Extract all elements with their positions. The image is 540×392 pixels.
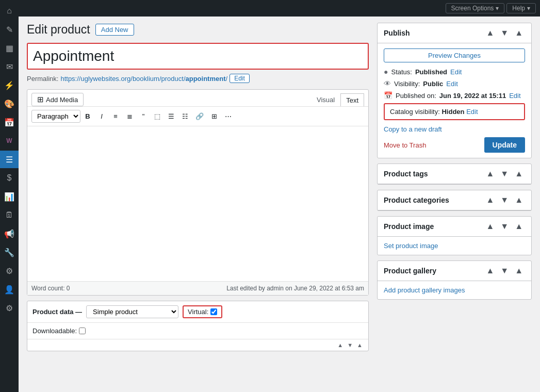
screen-options-chevron-icon: ▾ [496, 5, 499, 12]
last-edited-display: Last edited by admin on June 29, 2022 at… [226, 285, 364, 292]
product-categories-up-button[interactable]: ▲ [484, 194, 496, 206]
align-right-button[interactable]: ☷ [178, 110, 192, 122]
media-icon[interactable]: ▦ [0, 39, 19, 57]
preview-changes-button[interactable]: Preview Changes [384, 48, 525, 62]
visibility-icon: 👁 [384, 79, 391, 88]
align-left-button[interactable]: ⬚ [151, 110, 164, 122]
product-data-box: Product data — Simple product Variable p… [27, 301, 369, 351]
publish-collapse-down-button[interactable]: ▼ [498, 27, 511, 39]
word-count-display: Word count: 0 [31, 285, 70, 292]
link-button[interactable]: 🔗 [192, 110, 207, 122]
product-image-down-button[interactable]: ▼ [498, 221, 511, 232]
update-button[interactable]: Update [484, 137, 525, 153]
products-icon[interactable]: ☰ [0, 151, 19, 168]
product-type-select[interactable]: Simple product Variable product Grouped … [86, 305, 178, 318]
permalink-link[interactable]: https://uglywebsites.org/booklium/produc… [60, 75, 227, 83]
product-categories-close-button[interactable]: ▲ [513, 194, 525, 206]
add-new-button[interactable]: Add New [95, 24, 134, 36]
product-data-expand-button[interactable]: ▲ [355, 341, 364, 349]
more-button[interactable]: ⋯ [221, 110, 235, 122]
visibility-row: 👁 Visibility: Public Edit [384, 79, 525, 88]
screen-options-button[interactable]: Screen Options ▾ [446, 3, 505, 13]
published-value: Jun 19, 2022 at 15:11 [439, 92, 506, 100]
woocommerce-icon[interactable]: W [0, 132, 19, 150]
permalink-edit-button[interactable]: Edit [230, 74, 250, 83]
virtual-checkbox[interactable] [210, 308, 217, 315]
align-center-button[interactable]: ☰ [165, 110, 178, 122]
add-media-label: Add Media [46, 96, 78, 104]
product-tags-header: Product tags ▲ ▼ ▲ [378, 164, 531, 184]
table-button[interactable]: ⊞ [207, 110, 221, 122]
product-gallery-metabox: Product gallery ▲ ▼ ▲ Add product galler… [377, 260, 532, 300]
status-edit-link[interactable]: Edit [450, 68, 462, 76]
users-icon[interactable]: 👤 [0, 281, 19, 298]
product-tags-down-button[interactable]: ▼ [498, 168, 511, 179]
downloadable-checkbox[interactable] [79, 328, 86, 334]
calendar-small-icon: 📅 [384, 91, 392, 100]
publish-close-button[interactable]: ▲ [513, 27, 525, 39]
schedule-icon[interactable]: 🗓 [0, 206, 19, 224]
dashboard-icon[interactable]: ⌂ [0, 2, 19, 20]
unordered-list-button[interactable]: ≡ [109, 110, 122, 122]
product-categories-header: Product categories ▲ ▼ ▲ [378, 190, 531, 210]
text-tab[interactable]: Text [340, 93, 364, 106]
settings-icon[interactable]: ⚙ [0, 299, 19, 317]
editor-view-tabs: Visual Text [311, 93, 364, 106]
product-data-arrange-buttons: ▲ ▼ ▲ [336, 341, 364, 349]
help-chevron-icon: ▾ [527, 5, 530, 12]
help-label: Help [512, 5, 525, 12]
product-title-input[interactable] [28, 44, 368, 69]
product-data-up-button[interactable]: ▲ [336, 341, 345, 349]
product-data-down-button[interactable]: ▼ [346, 341, 354, 349]
dollar-icon[interactable]: $ [0, 169, 19, 187]
paragraph-select[interactable]: Paragraph [31, 110, 80, 123]
visibility-edit-link[interactable]: Edit [446, 80, 457, 88]
calendar-icon[interactable]: 📅 [0, 113, 19, 131]
downloadable-label: Downloadable: [32, 327, 77, 335]
published-edit-link[interactable]: Edit [509, 92, 520, 100]
set-product-image-link[interactable]: Set product image [384, 242, 438, 250]
publish-title: Publish [384, 29, 410, 37]
app-layout: ⌂ ✎ ▦ ✉ ⚡ 🎨 📅 W ☰ $ 📊 🗓 📢 🔧 ⚙ 👤 ⚙ Screen… [0, 0, 540, 392]
italic-button[interactable]: I [95, 110, 108, 122]
posts-icon[interactable]: ✎ [0, 21, 19, 38]
wrench-icon[interactable]: ⚙ [0, 262, 19, 280]
product-image-title: Product image [384, 222, 434, 231]
editor-body[interactable] [27, 126, 368, 281]
product-image-close-button[interactable]: ▲ [513, 221, 525, 232]
product-gallery-down-button[interactable]: ▼ [498, 265, 511, 276]
product-title-wrapper [27, 43, 369, 70]
catalog-edit-link[interactable]: Edit [466, 108, 478, 116]
copy-to-draft-link[interactable]: Copy to a new draft [384, 125, 442, 133]
visual-tab[interactable]: Visual [311, 93, 340, 106]
megaphone-icon[interactable]: 📢 [0, 225, 19, 242]
tools-icon[interactable]: 🔧 [0, 243, 19, 261]
product-tags-up-button[interactable]: ▲ [484, 168, 496, 179]
product-gallery-up-button[interactable]: ▲ [484, 265, 496, 276]
published-label: Published on: [396, 92, 436, 100]
product-image-header: Product image ▲ ▼ ▲ [378, 217, 531, 237]
product-gallery-close-button[interactable]: ▲ [513, 265, 525, 276]
virtual-wrapper: Virtual: [183, 305, 222, 318]
comments-icon[interactable]: ✉ [0, 58, 19, 75]
page-title: Edit product [27, 23, 90, 37]
publish-collapse-up-button[interactable]: ▲ [484, 27, 496, 39]
product-tags-close-button[interactable]: ▲ [513, 168, 525, 179]
blockquote-button[interactable]: " [137, 110, 150, 122]
appearance-icon[interactable]: 🎨 [0, 95, 19, 112]
product-categories-down-button[interactable]: ▼ [498, 194, 511, 206]
catalog-value: Hidden [441, 108, 464, 116]
add-media-button[interactable]: ⊞ Add Media [31, 93, 84, 106]
bold-button[interactable]: B [81, 110, 94, 122]
ordered-list-button[interactable]: ≣ [123, 110, 136, 122]
status-value: Published [415, 68, 447, 76]
product-image-up-button[interactable]: ▲ [484, 221, 496, 232]
format-toolbar: Paragraph B I ≡ ≣ " ⬚ ☰ ☷ 🔗 ⊞ ⋯ [27, 107, 368, 126]
editor-footer: Word count: 0 Last edited by admin on Ju… [27, 281, 368, 295]
move-to-trash-link[interactable]: Move to Trash [384, 141, 426, 149]
help-button[interactable]: Help ▾ [506, 3, 536, 13]
plugins-icon[interactable]: ⚡ [0, 76, 19, 94]
analytics-icon[interactable]: 📊 [0, 188, 19, 205]
add-gallery-images-link[interactable]: Add product gallery images [384, 286, 465, 294]
content-area: Edit product Add New Permalink: https://… [19, 17, 540, 392]
